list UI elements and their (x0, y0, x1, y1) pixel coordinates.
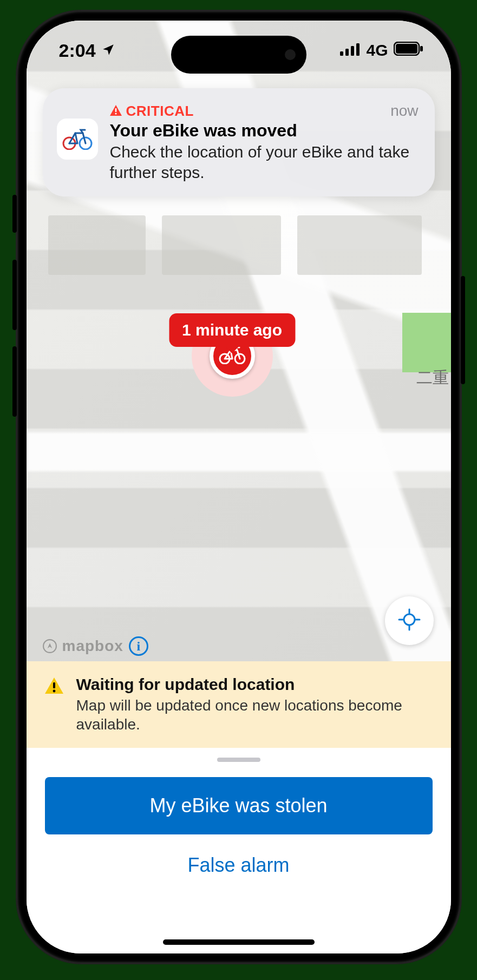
svg-point-18 (115, 113, 116, 114)
network-label: 4G (366, 41, 388, 60)
signal-icon (340, 41, 361, 60)
map-green-area (402, 313, 451, 372)
svg-rect-3 (356, 43, 360, 56)
map-attribution: mapbox i (43, 636, 148, 656)
crosshair-icon (397, 608, 421, 634)
bike-icon (62, 128, 93, 150)
side-button (12, 195, 17, 233)
status-time: 2:04 (59, 40, 96, 61)
screen: 2:04 4G (27, 21, 451, 953)
false-alarm-button[interactable]: False alarm (187, 854, 289, 877)
location-arrow-icon (101, 40, 115, 61)
svg-rect-5 (396, 44, 417, 54)
map-place-label: 二重 (416, 367, 449, 389)
waiting-title: Waiting for updated location (76, 675, 433, 694)
sheet-grabber[interactable] (217, 758, 260, 762)
map-attribution-label: mapbox (62, 637, 123, 655)
critical-label: CRITICAL (126, 103, 194, 120)
info-icon[interactable]: i (129, 636, 148, 656)
notification-time: now (390, 102, 418, 120)
battery-icon (394, 41, 424, 60)
warning-triangle-icon (45, 678, 63, 734)
svg-rect-6 (420, 46, 423, 51)
svg-rect-19 (53, 682, 55, 688)
svg-rect-1 (345, 49, 349, 56)
side-button (461, 276, 465, 384)
notification-message: Check the location of your eBike and tak… (110, 142, 419, 182)
svg-rect-17 (115, 108, 116, 112)
notification-app-icon (57, 119, 98, 160)
stolen-button[interactable]: My eBike was stolen (45, 777, 433, 834)
side-button (12, 346, 17, 417)
side-button (12, 260, 17, 330)
svg-point-10 (404, 614, 415, 625)
notification-title: Your eBike was moved (110, 121, 419, 141)
svg-rect-2 (351, 46, 354, 56)
notification-banner[interactable]: CRITICAL now Your eBike was moved Check … (43, 88, 435, 196)
svg-rect-0 (340, 51, 343, 56)
waiting-banner: Waiting for updated location Map will be… (27, 661, 451, 748)
warning-triangle-icon (110, 103, 122, 120)
bottom-sheet: My eBike was stolen False alarm (27, 748, 451, 953)
mapbox-logo-icon (43, 639, 57, 653)
bike-marker[interactable]: 1 minute ago (192, 315, 273, 397)
locate-me-button[interactable] (385, 596, 434, 645)
dynamic-island (171, 36, 306, 74)
svg-point-20 (53, 690, 55, 693)
waiting-message: Map will be updated once new locations b… (76, 696, 433, 734)
marker-tooltip: 1 minute ago (169, 313, 295, 347)
phone-frame: 2:04 4G (17, 11, 461, 963)
home-indicator[interactable] (163, 939, 315, 945)
